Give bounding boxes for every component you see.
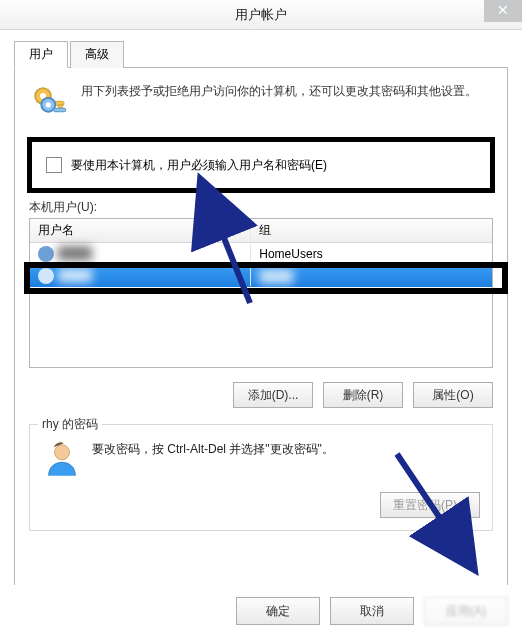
password-groupbox: rhy 的密码 要改密码，按 Ctrl-Alt-Del 并选择"更改密码"。 重…: [29, 424, 493, 531]
user-icon: [38, 268, 54, 284]
reset-password-button[interactable]: 重置密码(P)...: [380, 492, 480, 518]
cell-username: ████: [58, 246, 92, 260]
require-login-label: 要使用本计算机，用户必须输入用户名和密码(E): [71, 157, 327, 174]
password-help-text: 要改密码，按 Ctrl-Alt-Del 并选择"更改密码"。: [92, 439, 480, 458]
apply-button[interactable]: 应用(A): [424, 597, 508, 625]
avatar-icon: [42, 439, 82, 482]
svg-point-5: [46, 102, 51, 107]
title-bar: 用户帐户 ✕: [0, 0, 522, 30]
user-icon: [38, 246, 54, 262]
user-buttons-row: 添加(D)... 删除(R) 属性(O): [29, 382, 493, 408]
require-login-checkbox-row[interactable]: 要使用本计算机，用户必须输入用户名和密码(E): [42, 152, 480, 178]
user-list-header: 用户名 组: [30, 219, 492, 243]
properties-button[interactable]: 属性(O): [413, 382, 493, 408]
close-button[interactable]: ✕: [484, 0, 522, 22]
tab-panel-user: 用下列表授予或拒绝用户访问你的计算机，还可以更改其密码和其他设置。 要使用本计算…: [14, 68, 508, 608]
cell-group: HomeUsers: [251, 245, 492, 263]
user-list[interactable]: 用户名 组 ████ HomeUsers ████ ████: [29, 218, 493, 368]
require-login-checkbox[interactable]: [46, 157, 62, 173]
remove-button[interactable]: 删除(R): [323, 382, 403, 408]
svg-point-7: [55, 445, 70, 460]
intro-text: 用下列表授予或拒绝用户访问你的计算机，还可以更改其密码和其他设置。: [81, 82, 493, 127]
column-username[interactable]: 用户名: [30, 219, 251, 242]
intro-row: 用下列表授予或拒绝用户访问你的计算机，还可以更改其密码和其他设置。: [29, 82, 493, 127]
table-row[interactable]: ████ ████: [30, 265, 492, 287]
user-list-body: ████ HomeUsers ████ ████: [30, 243, 492, 367]
password-groupbox-title: rhy 的密码: [38, 416, 102, 433]
window-title: 用户帐户: [235, 6, 287, 24]
column-group[interactable]: 组: [251, 219, 492, 242]
cell-group: ████: [259, 269, 293, 283]
annotation-highlight-checkbox: 要使用本计算机，用户必须输入用户名和密码(E): [27, 137, 495, 193]
cancel-button[interactable]: 取消: [330, 597, 414, 625]
keys-icon: [29, 82, 71, 127]
tab-user[interactable]: 用户: [14, 41, 68, 68]
dialog-content: 用户 高级 用下列表授予或拒绝用户访问你的计算机，还可以更改其密码和其他设置。: [0, 30, 522, 608]
tab-advanced[interactable]: 高级: [70, 41, 124, 68]
svg-rect-6: [54, 108, 66, 112]
local-users-label: 本机用户(U):: [29, 199, 493, 216]
table-row[interactable]: ████ HomeUsers: [30, 243, 492, 265]
tab-strip: 用户 高级: [14, 40, 508, 68]
ok-button[interactable]: 确定: [236, 597, 320, 625]
dialog-footer: 确定 取消 应用(A): [0, 585, 522, 639]
cell-username: ████: [58, 268, 92, 282]
add-button[interactable]: 添加(D)...: [233, 382, 313, 408]
